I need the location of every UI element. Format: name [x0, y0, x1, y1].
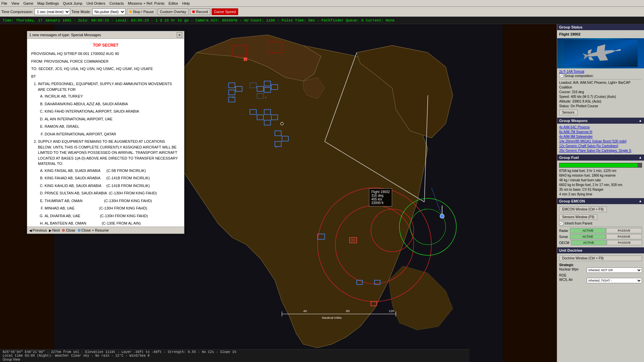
wcs-select[interactable]: Inherted, TIGHT - — [587, 278, 642, 283]
radar-passive-button[interactable]: PASSIVE — [606, 228, 642, 233]
menu-view[interactable]: View — [11, 1, 19, 5]
speed-text: Speed: 405 kts (M 0.7) (Cruise) (Auto) — [559, 95, 642, 99]
group-emcon-label: Group EMCON — [559, 199, 585, 203]
tooltip-course: 316 deg — [371, 194, 390, 197]
fuel-expand-icon[interactable]: ▲ — [639, 156, 642, 159]
game-speed-button[interactable]: Game Speed — [212, 8, 238, 15]
msg-item-1-subitems: INCIRLIK AB, TURKEY DAHARAN/KING ABDUL A… — [38, 94, 180, 137]
msg-header: PROVISIONAL HQ SITREP 08-001 170000Z AUG… — [31, 51, 180, 57]
map-area[interactable]: A A A ✖ — [0, 24, 557, 362]
nuclear-wpn-select[interactable]: Inherted, NOT GR — [587, 267, 642, 273]
group-fuel-header: Group Fuel ▲ — [557, 155, 644, 161]
flight-info-section: 2x F-14A Tomcat ✓ Group composition: Loa… — [557, 68, 644, 118]
svg-text:✖: ✖ — [243, 56, 248, 63]
flight-tooltip: Flight 19002 316 deg 405 kts 33999 ft — [369, 188, 392, 206]
flight-type-link[interactable]: 2x F-14A Tomcat — [559, 70, 584, 73]
msg-subitem-1a: INCIRLIK AB, TURKEY — [45, 94, 180, 99]
menu-file[interactable]: File — [1, 1, 7, 5]
svg-text:A: A — [276, 145, 277, 148]
menu-unit-orders[interactable]: Unit Orders — [87, 1, 105, 5]
emcon-window-button[interactable]: EMCON Window (Ctrl + F9) — [559, 206, 607, 212]
weapons-section: 4x AIM-54C Phoenix 6x AIM-7M Sparrow III… — [557, 124, 644, 155]
msg-item-2-subitems: KING FAISAL AB, SUADI ARABIA (C-5B FROM … — [38, 168, 180, 227]
sonar-passive-button[interactable]: PASSIVE — [606, 234, 642, 239]
stop-pause-button[interactable]: Stop / Pause — [127, 8, 156, 15]
msg-subitem-2c: KING KAHLID AB, SAUDI ARABIA (C-141B FRO… — [45, 183, 180, 189]
close-button[interactable]: ⊗ Close — [62, 228, 75, 233]
unit-doctrine-header: Unit Doctrine — [557, 247, 644, 253]
svg-text:Nautical miles: Nautical miles — [322, 316, 342, 319]
weapons-expand-icon[interactable]: ▲ — [639, 119, 642, 122]
group-status-label: Group Status — [559, 25, 583, 29]
status-bar: Time: Thursday, 17 January 1991 - Zulu: … — [0, 17, 644, 24]
radar-emcon-row: Radar ACTIVE PASSIVE — [559, 228, 642, 233]
message-window: 1 new messages of type: Special Messages… — [27, 31, 184, 234]
close-resume-button[interactable]: ⊕ Close + Resume — [77, 228, 109, 233]
oecm-passive-button[interactable]: PASSIVE — [607, 240, 642, 245]
time-mode-label: Time Mode: — [71, 10, 91, 14]
weapon-1-link[interactable]: 4x AIM-54C Phoenix — [559, 125, 642, 130]
weapon-6-link[interactable]: 20x Generic Flare Salvo [3x Cartridges, … — [559, 148, 642, 153]
weapon-4-link[interactable]: 14x 20mm/85 M61A1 Vulcan Burst [100 mds] — [559, 139, 642, 144]
msg-subitem-1e: RAMON AB, ISRAEL — [45, 124, 180, 129]
menu-contacts[interactable]: Contacts — [109, 1, 124, 5]
sensors-button[interactable]: Sensors — [559, 110, 578, 115]
time-mode-select[interactable]: No-pulse (fast) — [92, 8, 125, 15]
wcs-label: WCS, Air — [559, 278, 586, 283]
group-composition-checkbox[interactable]: ✓ — [559, 74, 563, 78]
menu-game[interactable]: Game — [23, 1, 33, 5]
time-compression-select[interactable]: 1 sec (real-time) — [35, 8, 70, 15]
status-text-panel: Status: On Plotted Course — [559, 104, 642, 109]
menu-map-settings[interactable]: Map Settings — [37, 1, 59, 5]
bottom-status-bar: N25°45'04" E48°21'06" - 227nm from sel -… — [0, 349, 470, 362]
svg-text:A: A — [232, 96, 234, 99]
msg-subitem-2a: KING FAISAL AB, SUADI ARABIA (C-5B FROM … — [45, 168, 180, 174]
message-close-button[interactable]: ✕ — [177, 32, 182, 38]
altitude-text: Altitude: 33901 ft ASL (Auto) — [559, 99, 642, 104]
previous-button[interactable]: ◀ Previous — [29, 228, 47, 232]
svg-text:A: A — [265, 96, 267, 99]
right-panel: Group Status Flight 19002 — [557, 24, 644, 362]
menu-missions[interactable]: Missions + Ref. Points — [128, 1, 164, 5]
weapon-5-link[interactable]: 12x Generic Chaff Salvo [5x Cartridges] — [559, 144, 642, 148]
custom-overlay-button[interactable]: Custom Overlay — [158, 8, 189, 15]
message-content: TOP SECRET PROVISIONAL HQ SITREP 08-001 … — [27, 39, 184, 227]
group-emcon-header: Group EMCON ▲ — [557, 198, 644, 204]
emcon-expand-icon[interactable]: ▲ — [639, 199, 642, 203]
menu-editor[interactable]: Editor — [168, 1, 178, 5]
msg-subitem-1b: DAHARAN/KING ABDUL AZIZ AB, SAUDI ARABIA — [45, 101, 180, 107]
doctrine-window-button[interactable]: Doctrine Window (Ctrl + F9) — [559, 255, 642, 261]
fuel-detail-1: 8708 kg total fuel, 3 hr 1 min, 1225 nm — [559, 169, 642, 173]
sonar-label: Sonar — [559, 235, 570, 239]
fuel-detail-5: 35 nm to base: CV 61 Ranger — [559, 187, 642, 192]
record-icon — [192, 10, 195, 13]
weapon-3-link[interactable]: 4x AIM-9M Sidewinder — [559, 134, 642, 139]
oecm-label: OECM — [559, 241, 571, 245]
weapon-2-link[interactable]: 6x AIM-7M Sparrow III — [559, 130, 642, 134]
msg-subitem-1f: DOHA INTERNATIONAL AIRPORT, QATAR — [45, 131, 180, 137]
tooltip-speed: 405 kts — [371, 197, 390, 201]
message-title: 1 new messages of type: Special Messages — [29, 33, 101, 37]
group-weapons-header: Group Weapons ▲ — [557, 118, 644, 124]
next-button[interactable]: ▶ Next — [49, 228, 60, 232]
msg-from: FROM: PROVISIONAL FORCE COMMANDER — [31, 59, 180, 64]
msg-to: TO: SECDEF, JCS, HQ USA, HQ USN, HQ USMC… — [31, 66, 180, 72]
message-footer: ◀ Previous ▶ Next ⊗ Close ⊕ Close + Resu… — [27, 227, 184, 234]
flight-image — [557, 38, 644, 68]
record-button[interactable]: Record — [190, 8, 210, 15]
sensors-window-button[interactable]: Sensors Window (F9) — [559, 214, 597, 220]
oecm-active-button[interactable]: ACTIVE — [571, 240, 606, 245]
emcon-section: EMCON Window (Ctrl + F9) Sensors Window … — [557, 204, 644, 247]
svg-text:120: 120 — [389, 309, 394, 313]
fuel-bar-container — [559, 163, 642, 168]
course-text: Course: 316 deg — [559, 90, 642, 95]
radar-active-button[interactable]: ACTIVE — [570, 228, 606, 233]
inherit-checkbox[interactable]: ✓ — [559, 221, 563, 225]
nuclear-wpn-label: Nuclear Wpn — [559, 267, 586, 273]
msg-item-1: INITIAL PERSONNEL, EQUIPMENT, SUPPLY AND… — [38, 81, 180, 137]
oecm-emcon-row: OECM ACTIVE PASSIVE — [559, 240, 642, 245]
sonar-active-button[interactable]: ACTIVE — [570, 234, 606, 239]
msg-subitem-2h: AL BANTEEN AB, OMAN (C-130E FROM AL AIN) — [45, 221, 180, 226]
menu-help[interactable]: Help — [182, 1, 190, 5]
menu-quick-jump[interactable]: Quick Jump — [63, 1, 83, 5]
